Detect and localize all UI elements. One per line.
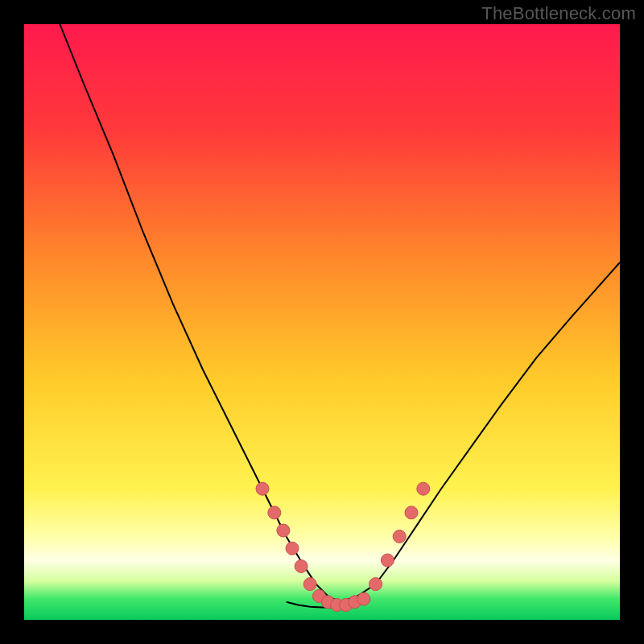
marker-point [256,482,269,495]
watermark-text: TheBottleneck.com [481,3,636,24]
marker-point [286,542,299,555]
marker-point [405,506,418,519]
chart-frame: TheBottleneck.com [0,0,644,644]
marker-point [277,524,290,537]
marker-point [417,482,430,495]
marker-point [381,554,394,567]
marker-point [295,559,308,572]
plot-svg [24,24,620,620]
marker-point [357,592,370,605]
marker-point [268,506,281,519]
gradient-background [24,24,620,620]
marker-point [369,578,382,591]
marker-point [303,578,316,591]
marker-point [393,530,406,543]
